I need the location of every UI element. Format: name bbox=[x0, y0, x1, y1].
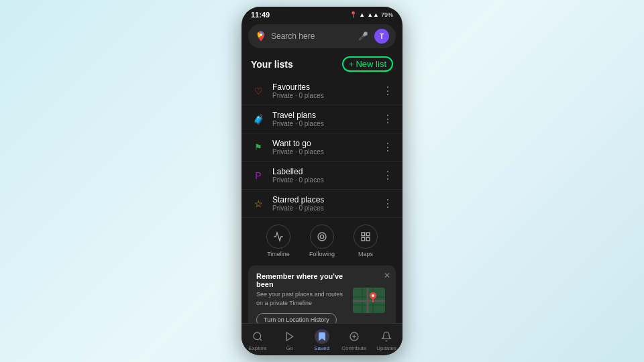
banner-image bbox=[353, 282, 388, 317]
svg-point-17 bbox=[254, 333, 261, 340]
quick-actions: Timeline Following bbox=[241, 218, 402, 263]
turn-on-location-button[interactable]: Turn on Location History bbox=[256, 313, 337, 323]
list-item[interactable]: ☆ Starred places Private · 0 places ⋮ bbox=[241, 190, 402, 218]
labelled-icon: P bbox=[251, 168, 266, 183]
svg-rect-3 bbox=[362, 233, 365, 236]
list-item[interactable]: 🧳 Travel plans Private · 0 places ⋮ bbox=[241, 105, 402, 133]
svg-point-15 bbox=[372, 294, 374, 297]
contribute-icon bbox=[347, 329, 362, 344]
timeline-icon bbox=[266, 225, 290, 249]
banner-content: Remember where you've been See your past… bbox=[256, 272, 347, 323]
starred-places-info: Starred places Private · 0 places bbox=[272, 195, 376, 212]
maps-icon bbox=[354, 225, 378, 249]
remember-banner: Remember where you've been See your past… bbox=[248, 265, 396, 323]
favourites-sub: Private · 0 places bbox=[272, 92, 376, 99]
svg-point-1 bbox=[320, 235, 323, 238]
explore-icon bbox=[250, 329, 265, 344]
nav-item-explore[interactable]: Explore bbox=[246, 329, 270, 351]
list-item[interactable]: ♡ Favourites Private · 0 places ⋮ bbox=[241, 77, 402, 105]
banner-close-button[interactable]: ✕ bbox=[384, 271, 390, 280]
go-icon bbox=[282, 329, 297, 344]
explore-label: Explore bbox=[248, 345, 266, 351]
maps-label: Maps bbox=[358, 251, 373, 257]
phone-container: 11:49 📍 ▲ ▲▲ 79% Search here 🎤 T Your li… bbox=[241, 7, 402, 355]
wifi-icon: ▲ bbox=[359, 11, 365, 18]
starred-places-icon: ☆ bbox=[251, 196, 266, 211]
labelled-more[interactable]: ⋮ bbox=[382, 169, 393, 182]
svg-point-0 bbox=[260, 34, 262, 36]
go-label: Go bbox=[286, 345, 293, 351]
updates-icon bbox=[379, 329, 394, 344]
starred-places-name: Starred places bbox=[272, 195, 376, 204]
svg-rect-4 bbox=[366, 233, 370, 236]
bottom-nav: Explore Go Saved Contri bbox=[241, 323, 402, 355]
list-item[interactable]: ⚑ Want to go Private · 0 places ⋮ bbox=[241, 133, 402, 162]
favourites-info: Favourites Private · 0 places bbox=[272, 82, 376, 99]
travel-plans-name: Travel plans bbox=[272, 111, 376, 120]
new-list-label: New list bbox=[356, 60, 386, 68]
plus-icon: + bbox=[349, 60, 354, 68]
starred-places-sub: Private · 0 places bbox=[272, 204, 376, 212]
maps-action[interactable]: Maps bbox=[354, 225, 378, 257]
signal-icon: ▲▲ bbox=[367, 11, 379, 18]
want-to-go-name: Want to go bbox=[272, 139, 376, 148]
labelled-info: Labelled Private · 0 places bbox=[272, 167, 376, 184]
favourites-name: Favourites bbox=[272, 82, 376, 92]
travel-plans-sub: Private · 0 places bbox=[272, 120, 376, 127]
want-to-go-icon: ⚑ bbox=[251, 140, 266, 155]
want-to-go-sub: Private · 0 places bbox=[272, 148, 376, 156]
travel-plans-icon: 🧳 bbox=[251, 112, 266, 127]
battery-label: 79% bbox=[381, 11, 393, 18]
favourites-icon: ♡ bbox=[251, 84, 266, 99]
content-area: Your lists + New list ♡ Favourites Priva… bbox=[241, 52, 402, 323]
following-label: Following bbox=[309, 251, 335, 257]
following-icon bbox=[310, 225, 334, 249]
travel-plans-info: Travel plans Private · 0 places bbox=[272, 111, 376, 127]
lists-title: Your lists bbox=[251, 59, 293, 70]
status-bar: 11:49 📍 ▲ ▲▲ 79% bbox=[241, 7, 402, 20]
nav-item-go[interactable]: Go bbox=[278, 329, 302, 351]
status-time: 11:49 bbox=[251, 11, 270, 19]
search-bar[interactable]: Search here 🎤 T bbox=[248, 24, 396, 48]
maps-logo bbox=[255, 30, 267, 42]
nav-item-saved[interactable]: Saved bbox=[310, 329, 334, 351]
nav-item-contribute[interactable]: Contribute bbox=[341, 329, 366, 351]
avatar[interactable]: T bbox=[374, 29, 389, 44]
saved-icon bbox=[315, 329, 329, 344]
svg-point-2 bbox=[318, 233, 326, 241]
updates-label: Updates bbox=[376, 345, 396, 351]
banner-title: Remember where you've been bbox=[256, 272, 347, 288]
mic-icon[interactable]: 🎤 bbox=[356, 29, 370, 44]
search-input[interactable]: Search here bbox=[271, 32, 352, 41]
starred-places-more[interactable]: ⋮ bbox=[382, 197, 393, 210]
new-list-button[interactable]: + New list bbox=[342, 56, 393, 72]
svg-rect-6 bbox=[366, 237, 370, 241]
timeline-action[interactable]: Timeline bbox=[266, 225, 290, 257]
svg-line-18 bbox=[260, 339, 262, 341]
labelled-name: Labelled bbox=[272, 167, 376, 176]
travel-plans-more[interactable]: ⋮ bbox=[382, 113, 393, 125]
nav-item-updates[interactable]: Updates bbox=[374, 329, 398, 351]
status-icons: 📍 ▲ ▲▲ 79% bbox=[350, 11, 393, 18]
list-items: ♡ Favourites Private · 0 places ⋮ 🧳 Trav… bbox=[241, 77, 402, 218]
banner-desc: See your past places and routes on a pri… bbox=[256, 290, 347, 307]
labelled-sub: Private · 0 places bbox=[272, 176, 376, 184]
svg-rect-5 bbox=[362, 237, 365, 241]
lists-header: Your lists + New list bbox=[241, 52, 402, 77]
timeline-label: Timeline bbox=[267, 251, 290, 257]
contribute-label: Contribute bbox=[341, 345, 366, 351]
want-to-go-info: Want to go Private · 0 places bbox=[272, 139, 376, 156]
favourites-more[interactable]: ⋮ bbox=[382, 84, 393, 97]
want-to-go-more[interactable]: ⋮ bbox=[382, 141, 393, 154]
saved-label: Saved bbox=[314, 345, 329, 351]
list-item[interactable]: P Labelled Private · 0 places ⋮ bbox=[241, 162, 402, 190]
location-icon: 📍 bbox=[350, 11, 357, 18]
following-action[interactable]: Following bbox=[309, 225, 335, 257]
